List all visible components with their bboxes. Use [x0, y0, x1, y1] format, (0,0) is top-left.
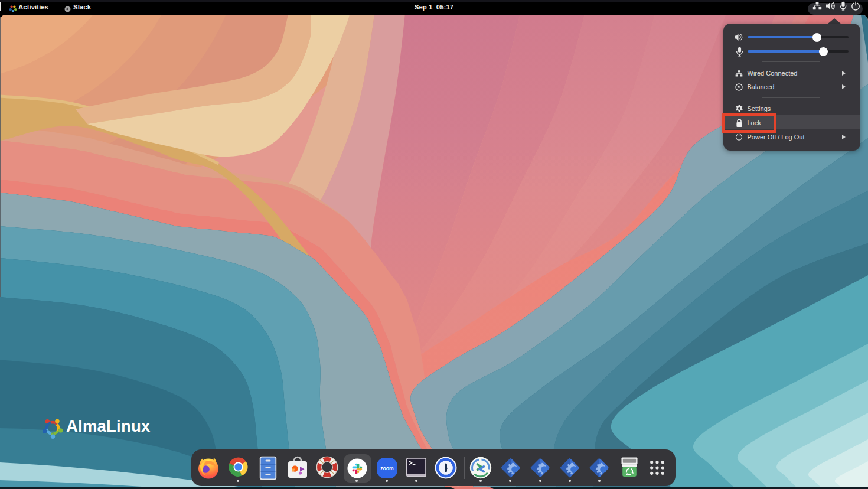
svg-text:zoom: zoom [380, 465, 394, 471]
